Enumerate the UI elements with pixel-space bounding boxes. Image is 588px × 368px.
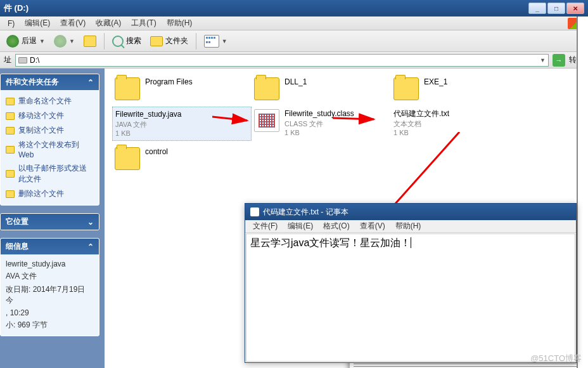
file-icon <box>6 127 15 135</box>
folder-item[interactable]: DLL_1 <box>252 75 391 103</box>
notepad-icon <box>250 207 259 216</box>
detail-time: , 10:29 <box>6 307 94 319</box>
file-item[interactable]: Filewrite_study.javaJAVA 文件1 KB <box>112 107 252 141</box>
file-name: EXE_1 <box>424 77 447 88</box>
panel-header[interactable]: 件和文件夹任务 ⌃ <box>1 74 99 90</box>
drive-icon <box>18 57 27 63</box>
file-type: CLASS 文件 <box>284 119 354 128</box>
file-item[interactable]: Filewrite_study.classCLASS 文件1 KB <box>252 107 391 141</box>
np-menu-edit[interactable]: 编辑(E) <box>283 220 318 233</box>
task-move[interactable]: 移动这个文件 <box>6 108 94 123</box>
collapse-icon: ⌃ <box>87 242 94 251</box>
file-name: 代码建立文件.txt <box>393 109 449 119</box>
file-name: DLL_1 <box>284 77 307 88</box>
notepad-menubar: 文件(F) 编辑(E) 格式(O) 查看(V) 帮助(H) <box>245 220 576 233</box>
up-folder-icon <box>84 36 96 47</box>
folder-icon <box>115 77 140 100</box>
np-menu-file[interactable]: 文件(F) <box>248 220 283 233</box>
go-button[interactable]: → <box>553 54 565 67</box>
panel-header[interactable]: 细信息 ⌃ <box>1 239 99 254</box>
file-type: JAVA 文件 <box>115 120 181 129</box>
watermark: @51CTO博客 <box>530 353 582 364</box>
detail-type: AVA 文件 <box>6 270 94 283</box>
minimize-button[interactable]: _ <box>528 3 546 14</box>
file-item[interactable]: 代码建立文件.txt文本文档1 KB <box>391 107 530 141</box>
toolbar: 后退 ▼ ▼ 搜索 文件夹 ▼ <box>0 30 588 52</box>
tasks-panel: 件和文件夹任务 ⌃ 重命名这个文件 移动这个文件 复制这个文件 将这个文件发布到… <box>0 74 99 206</box>
notepad-window[interactable]: 代码建立文件.txt - 记事本 文件(F) 编辑(E) 格式(O) 查看(V)… <box>245 203 577 363</box>
file-name: Filewrite_study.java <box>115 110 181 120</box>
chevron-down-icon: ▼ <box>222 38 227 44</box>
folder-item[interactable]: Program Files <box>112 75 252 103</box>
explorer-titlebar: 件 (D:) _ □ ✕ <box>0 0 588 16</box>
menu-tools[interactable]: 工具(T) <box>126 16 161 30</box>
forward-button[interactable]: ▼ <box>51 34 77 49</box>
file-name: control <box>145 147 168 157</box>
menu-edit[interactable]: 编辑(E) <box>20 16 55 30</box>
chevron-down-icon: ▼ <box>39 38 45 44</box>
views-button[interactable]: ▼ <box>201 34 230 49</box>
details-panel: 细信息 ⌃ lewrite_study.java AVA 文件 改日期: 201… <box>0 238 99 336</box>
delete-icon <box>6 190 15 198</box>
addressbar: 址 D:\ ▼ → 转到 <box>0 52 588 69</box>
close-button[interactable]: ✕ <box>566 3 584 14</box>
task-delete[interactable]: 删除这个文件 <box>6 187 94 201</box>
adjacent-window-edge <box>577 16 588 368</box>
text-cursor <box>411 237 414 248</box>
folder-icon <box>254 77 279 100</box>
window-controls: _ □ ✕ <box>528 3 584 14</box>
panel-header[interactable]: 它位置 ⌄ <box>1 214 99 230</box>
window-title: 件 (D:) <box>4 3 29 14</box>
folder-item[interactable]: control <box>112 145 252 173</box>
collapse-icon: ⌃ <box>87 78 94 87</box>
menu-file[interactable]: F) <box>3 18 20 29</box>
file-size: 1 KB <box>115 129 181 138</box>
np-menu-view[interactable]: 查看(V) <box>355 220 390 233</box>
menubar: F) 编辑(E) 查看(V) 收藏(A) 工具(T) 帮助(H) <box>0 16 588 30</box>
notepad-title: 代码建立文件.txt - 记事本 <box>263 207 348 218</box>
web-icon <box>6 146 15 154</box>
back-icon <box>6 35 19 48</box>
task-rename[interactable]: 重命名这个文件 <box>6 94 94 108</box>
forward-icon <box>54 35 67 48</box>
detail-size: 小: 969 字节 <box>6 319 94 332</box>
np-menu-help[interactable]: 帮助(H) <box>390 220 426 233</box>
menu-help[interactable]: 帮助(H) <box>162 16 198 30</box>
address-path: D:\ <box>30 56 39 65</box>
file-name: Program Files <box>145 77 193 88</box>
menu-view[interactable]: 查看(V) <box>55 16 91 30</box>
address-input[interactable]: D:\ ▼ <box>15 54 549 67</box>
notepad-titlebar[interactable]: 代码建立文件.txt - 记事本 <box>245 204 576 220</box>
detail-name: lewrite_study.java <box>6 258 94 270</box>
places-panel: 它位置 ⌄ <box>0 213 99 230</box>
notepad-textarea[interactable]: 星云学习java文件读写！星云加油！ <box>246 233 575 362</box>
chevron-down-icon: ▼ <box>69 38 75 44</box>
task-publish[interactable]: 将这个文件发布到 Web <box>6 138 94 161</box>
detail-date: 改日期: 2014年7月19日 今 <box>6 283 94 307</box>
menu-favorites[interactable]: 收藏(A) <box>91 16 126 30</box>
back-button[interactable]: 后退 ▼ <box>4 34 48 49</box>
task-copy[interactable]: 复制这个文件 <box>6 123 94 138</box>
folder-icon <box>393 77 419 100</box>
folders-icon <box>150 36 163 46</box>
divider <box>104 33 105 49</box>
up-button[interactable] <box>81 34 99 48</box>
expand-icon: ⌄ <box>87 218 94 227</box>
maximize-button[interactable]: □ <box>547 3 565 14</box>
folder-item[interactable]: EXE_1 <box>391 75 530 103</box>
np-menu-format[interactable]: 格式(O) <box>318 220 354 233</box>
chevron-down-icon[interactable]: ▼ <box>540 57 546 63</box>
search-button[interactable]: 搜索 <box>110 34 144 48</box>
file-size: 1 KB <box>284 128 354 137</box>
file-icon <box>6 112 15 120</box>
file-name: Filewrite_study.class <box>284 109 354 119</box>
search-icon <box>112 36 124 47</box>
views-icon <box>204 35 219 48</box>
task-email[interactable]: 以电子邮件形式发送此文件 <box>6 161 94 187</box>
divider <box>196 33 196 49</box>
folders-button[interactable]: 文件夹 <box>148 34 191 48</box>
file-size: 1 KB <box>393 128 449 137</box>
file-icon <box>6 98 15 105</box>
file-type: 文本文档 <box>393 119 449 128</box>
address-label: 址 <box>4 55 11 65</box>
